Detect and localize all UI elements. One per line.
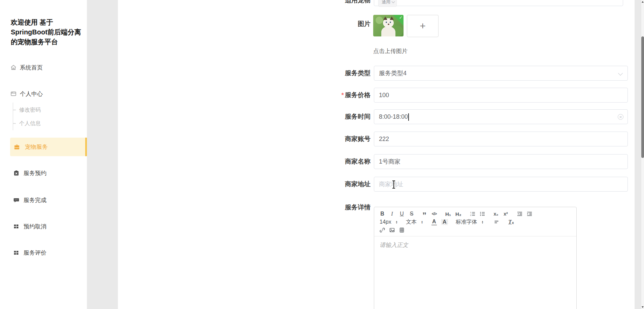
- page-background-right: [635, 0, 641, 309]
- strikethrough-button[interactable]: S: [409, 210, 414, 217]
- sidebar-item-label: 服务完成: [24, 196, 46, 204]
- pet-type-label: 适用宠物: [300, 0, 371, 5]
- title-line-1: 欢迎使用 基于: [11, 18, 84, 27]
- updown-icon: ▴▾: [396, 220, 397, 224]
- font-family-select[interactable]: 标准字体 ▴▾: [456, 219, 483, 226]
- toolbar-row-3: [380, 226, 571, 234]
- upload-hint: 点击上传图片: [373, 47, 408, 55]
- merchant-account-label: 商家账号: [300, 135, 371, 143]
- sidebar-item-label: 预约取消: [24, 223, 46, 230]
- uploaded-image-thumbnail[interactable]: ✓: [373, 15, 404, 36]
- clear-icon[interactable]: ✕: [618, 114, 623, 120]
- service-type-value: 服务类型4: [379, 70, 407, 77]
- image-label: 图片: [300, 20, 371, 28]
- blockquote-button[interactable]: ”: [422, 212, 427, 219]
- merchant-account-value: 222: [379, 136, 389, 142]
- sidebar-item-home[interactable]: 系统首页: [0, 58, 87, 77]
- header2-button[interactable]: H₂: [455, 210, 461, 217]
- briefcase-icon: [13, 144, 20, 150]
- sidebar-item-label: 系统首页: [20, 64, 43, 72]
- title-line-2: SpringBoot前后端分离: [11, 27, 84, 37]
- chat-icon: [13, 197, 20, 203]
- sidebar-item-service-review[interactable]: 服务评价: [0, 244, 87, 262]
- sidebar-item-service-complete[interactable]: 服务完成: [0, 191, 87, 209]
- sidebar-subitem-label: 个人信息: [19, 120, 41, 127]
- sidebar-item-service-booking[interactable]: 服务预约: [0, 164, 87, 182]
- clipboard-x-icon: [13, 170, 20, 176]
- grid-icon: [13, 249, 20, 256]
- service-price-label: *服务价格: [300, 91, 371, 100]
- updown-icon: ▴▾: [421, 220, 423, 224]
- subscript-button[interactable]: x₂: [493, 210, 499, 217]
- scroll-down-arrow-icon[interactable]: [642, 306, 644, 308]
- service-price-value: 100: [379, 92, 389, 99]
- heading-select[interactable]: 文本 ▴▾: [406, 219, 423, 226]
- merchant-name-value: 1号商家: [379, 158, 400, 165]
- title-line-3: 的宠物服务平台: [11, 37, 84, 47]
- vertical-scrollbar[interactable]: [641, 0, 644, 309]
- merchant-address-placeholder: 商家地址: [379, 181, 403, 188]
- sidebar-subitem-label: 修改密码: [19, 107, 41, 114]
- superscript-button[interactable]: x²: [503, 210, 509, 217]
- updown-icon: ▴▾: [482, 220, 483, 224]
- toolbar-row-2: 14px ▴▾ 文本 ▴▾ A A 标准字体 ▴▾: [380, 218, 571, 226]
- scrollbar-thumb[interactable]: [641, 36, 644, 158]
- rich-text-editor: B I U S ” </> H₁ H₂ 1 2: [374, 207, 577, 309]
- line-height-button[interactable]: [494, 219, 499, 225]
- ordered-list-button[interactable]: 1 2: [470, 210, 475, 217]
- italic-button[interactable]: I: [389, 210, 395, 217]
- header1-button[interactable]: H₁: [445, 210, 451, 217]
- home-icon: [10, 64, 17, 71]
- scroll-up-arrow-icon[interactable]: [642, 1, 644, 3]
- highlight-color-button[interactable]: A: [441, 219, 448, 225]
- service-edit-form: 适用宠物 通用 图片 ✓ + 点击上传图片 服务类型 服务类型4: [118, 0, 635, 309]
- sidebar-welcome-title: 欢迎使用 基于 SpringBoot前后端分离 的宠物服务平台: [11, 18, 84, 47]
- font-color-button[interactable]: A: [431, 219, 437, 225]
- indent-button[interactable]: [527, 210, 532, 217]
- underline-button[interactable]: U: [399, 210, 405, 217]
- editor-content-area[interactable]: 请输入正文: [374, 236, 576, 254]
- sidebar-item-personal-center[interactable]: 个人中心: [0, 85, 87, 103]
- sidebar-item-personal-info[interactable]: 个人信息: [19, 118, 87, 129]
- mouse-ibeam-cursor: [393, 181, 394, 188]
- service-type-select[interactable]: 服务类型4: [374, 66, 628, 81]
- service-time-input[interactable]: 8:00-18:00 ✕: [374, 109, 628, 124]
- service-detail-label: 服务详情: [300, 203, 371, 212]
- pet-type-tag[interactable]: 通用: [378, 0, 397, 7]
- sidebar-item-change-password[interactable]: 修改密码: [19, 104, 87, 116]
- pet-type-tag-label: 通用: [382, 0, 390, 5]
- outdent-button[interactable]: [517, 210, 522, 217]
- code-block-button[interactable]: </>: [431, 210, 437, 217]
- submenu-guide-line: [13, 103, 13, 130]
- upload-image-button[interactable]: +: [407, 15, 439, 37]
- clear-format-button[interactable]: Tx: [508, 219, 514, 225]
- font-size-select[interactable]: 14px ▴▾: [380, 219, 397, 225]
- sidebar-item-pet-service[interactable]: 宠物服务: [10, 138, 87, 156]
- chevron-down-icon: [392, 0, 395, 3]
- merchant-address-label: 商家地址: [300, 180, 371, 189]
- insert-image-button[interactable]: [389, 227, 395, 233]
- insert-video-button[interactable]: [399, 227, 405, 233]
- service-time-value: 8:00-18:00: [379, 113, 408, 120]
- merchant-address-input[interactable]: 商家地址: [374, 177, 628, 192]
- service-price-input[interactable]: 100: [374, 88, 628, 103]
- text-cursor: [408, 113, 409, 121]
- service-time-label: 服务时间: [300, 112, 371, 121]
- app-window: 欢迎使用 基于 SpringBoot前后端分离 的宠物服务平台 系统首页 个人中…: [0, 0, 644, 309]
- required-asterisk: *: [342, 91, 344, 99]
- cat-photo: [381, 26, 395, 36]
- svg-text:2: 2: [470, 214, 472, 216]
- toolbar-row-1: B I U S ” </> H₁ H₂ 1 2: [380, 210, 571, 218]
- editor-toolbar: B I U S ” </> H₁ H₂ 1 2: [374, 207, 576, 236]
- submenu-guide-dash: [13, 110, 16, 110]
- service-type-label: 服务类型: [300, 69, 371, 78]
- merchant-name-input[interactable]: 1号商家: [374, 154, 628, 169]
- sidebar-item-booking-cancel[interactable]: 预约取消: [0, 217, 87, 235]
- merchant-account-input[interactable]: 222: [374, 132, 628, 146]
- editor-placeholder: 请输入正文: [380, 242, 408, 248]
- bold-button[interactable]: B: [380, 210, 385, 217]
- pet-type-select[interactable]: 通用: [374, 0, 623, 6]
- insert-link-button[interactable]: [380, 227, 385, 233]
- merchant-name-label: 商家名称: [300, 157, 371, 166]
- bullet-list-button[interactable]: [480, 210, 485, 217]
